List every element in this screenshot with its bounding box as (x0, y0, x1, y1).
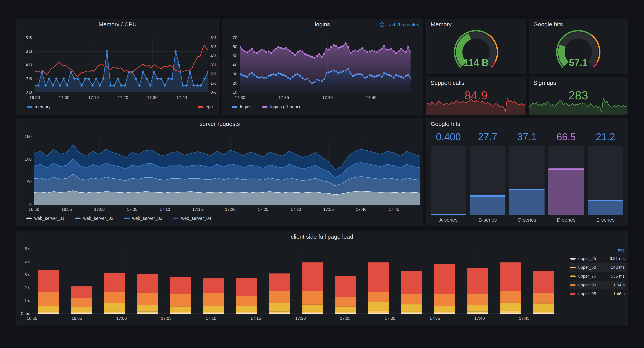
grafana-dashboard: { "colors": { "blue": "#5794F2", "purple… (0, 0, 644, 348)
bar-gauge-fill (548, 169, 584, 215)
y-tick: 70 (227, 35, 237, 40)
legend-label: memory (35, 104, 50, 110)
legend-item-web-server-01[interactable]: web_server_01 (26, 216, 64, 221)
y-tick: 0 (20, 202, 32, 207)
y-tick: 4 s (19, 259, 30, 264)
legend-avg-value: 142 ms (611, 265, 625, 270)
memory-cpu-plot[interactable] (35, 38, 208, 92)
legend-label: web_server_01 (34, 216, 64, 221)
legend-item-upper_75[interactable]: upper_75535 ms (569, 272, 626, 281)
legend-item-web-server-02[interactable]: web_server_02 (75, 216, 113, 221)
y-tick: 150 (20, 134, 32, 139)
legend-label: web_server_04 (181, 216, 211, 221)
legend-avg-value: 6.81 ms (610, 256, 625, 261)
page-load-plot[interactable] (32, 249, 560, 314)
panel-title[interactable]: Google hits (431, 121, 460, 127)
x-tick: 17:20 (225, 207, 236, 212)
panel-title[interactable]: Sign ups (534, 80, 556, 86)
bar-gauge-column-d-series: 66.5D-series (548, 131, 584, 224)
bar-gauge-cap (509, 189, 545, 190)
x-tick: 16:55 (72, 316, 82, 321)
bar-gauge-cap (548, 168, 584, 170)
bar-gauge-column-b-series: 27.7B-series (470, 131, 506, 224)
panel-title[interactable]: Google hits (534, 21, 563, 28)
y-tick: 1 s (19, 298, 30, 303)
y-tick: 6 B (19, 49, 32, 54)
panel-title[interactable]: Support calls (431, 80, 464, 86)
support-calls-sparkline (426, 97, 525, 115)
y-tick: 8 B (19, 35, 32, 40)
legend-item-memory[interactable]: memory (27, 104, 50, 110)
legend-item-upper_50[interactable]: upper_50142 ms (569, 263, 626, 272)
legend-item-logins-1-hour-[interactable]: logins (-1 hour) (262, 104, 300, 110)
legend-label: logins (240, 104, 252, 110)
legend-label: upper_90 (578, 283, 613, 287)
bar-gauge-fill (588, 200, 623, 215)
logins-plot[interactable] (240, 38, 410, 92)
x-tick: 17:15 (250, 316, 261, 321)
y-tick: 6% (210, 35, 220, 40)
x-tick: 17:40 (474, 316, 485, 321)
legend-swatch (27, 106, 32, 108)
bar-gauge-column-e-series: 21.2E-series (588, 131, 623, 224)
panel-title[interactable]: Memory (431, 21, 452, 28)
bar-gauge-column-a-series: 0.400A-series (431, 131, 466, 224)
panel-title[interactable]: Memory / CPU (17, 21, 218, 28)
x-tick: 17:05 (127, 207, 138, 212)
y-tick: 4% (210, 54, 220, 59)
x-tick: 16:50 (29, 95, 40, 100)
bar-gauge-label: D-series (548, 215, 584, 224)
x-tick: 16:55 (61, 207, 72, 212)
server-requests-plot[interactable] (34, 137, 420, 205)
legend-label: upper_75 (578, 274, 611, 279)
legend-item-cpu[interactable]: cpu (198, 104, 213, 110)
bar-gauge-label: C-series (509, 215, 545, 224)
x-tick: 17:00 (59, 95, 70, 100)
legend-avg-header[interactable]: avg (569, 246, 626, 254)
panel-title[interactable]: server requests (17, 121, 423, 127)
panel-sign-ups: Sign ups 283 (529, 77, 628, 115)
legend-item-web-server-03[interactable]: web_server_03 (124, 216, 162, 221)
panel-title[interactable]: client side full page load (17, 233, 627, 240)
bar-gauge-column-c-series: 37.1C-series (509, 131, 545, 224)
y-tick: 20 (227, 81, 237, 86)
y-tick: 5 s (19, 246, 30, 251)
legend-avg-value: 535 ms (611, 274, 625, 279)
y-tick: 0 ms (19, 311, 30, 316)
clock-icon (380, 22, 385, 27)
x-tick: 17:30 (385, 316, 395, 321)
time-range-label: Last 20 minutes (386, 22, 419, 27)
x-tick: 17:40 (356, 207, 366, 212)
legend-label: web_server_02 (83, 216, 113, 221)
bar-gauge-track (509, 146, 545, 215)
sign-ups-sparkline (529, 97, 627, 115)
legend-item-logins[interactable]: logins (232, 104, 252, 110)
x-tick: 17:35 (323, 207, 334, 212)
x-tick: 16:50 (27, 316, 37, 321)
x-tick: 16:50 (28, 207, 39, 212)
legend-item-upper_90[interactable]: upper_901.04 s (569, 281, 626, 289)
time-range-link[interactable]: Last 20 minutes (380, 22, 419, 27)
x-tick: 17:40 (176, 95, 187, 100)
y-tick: 3% (210, 63, 220, 68)
bar-gauge-value: 66.5 (548, 131, 584, 144)
bar-gauge-track (588, 146, 623, 215)
gauge-value: 57.1 (569, 57, 588, 68)
bar-gauge-cap (431, 214, 466, 215)
legend-item-upper_25[interactable]: upper_256.81 ms (569, 254, 626, 263)
gauge-value: 114 B (464, 57, 488, 68)
legend-item-web-server-04[interactable]: web_server_04 (173, 216, 211, 221)
legend-item-upper_95[interactable]: upper_951.46 s (569, 289, 626, 298)
bar-gauge: 0.400A-series27.7B-series37.1C-series66.… (431, 131, 623, 224)
x-tick: 17:10 (88, 95, 99, 100)
panel-logins: logins Last 20 minutes 7060504030201017:… (222, 19, 423, 115)
x-tick: 17:00 (94, 207, 105, 212)
y-tick: 0 B (19, 90, 32, 95)
x-tick: 17:00 (116, 316, 127, 321)
bar-gauge-cap (470, 195, 506, 197)
google-hits-gauge: 57.1 (529, 28, 627, 74)
legend-swatch (570, 267, 576, 268)
x-tick: 17:40 (322, 95, 333, 100)
legend-swatch (570, 258, 576, 259)
y-tick: 1% (210, 81, 220, 86)
